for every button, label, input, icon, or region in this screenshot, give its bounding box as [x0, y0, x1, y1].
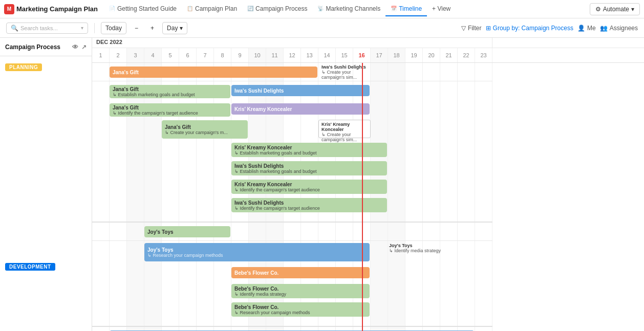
tab-getting-started[interactable]: 📄 Getting Started Guide — [104, 2, 182, 16]
main-layout: Campaign Process 👁 ↗ PLANNING DEVELOPMEN… — [0, 38, 644, 331]
gantt-bar[interactable]: Iwa's Sushi Delights — [231, 85, 370, 96]
plus-button[interactable]: + — [146, 23, 158, 34]
left-header-icons: 👁 ↗ — [72, 43, 87, 51]
gantt-header: DEC 2022 1234567891011121314151617181920… — [92, 38, 644, 63]
day-cell-23: 23 — [475, 48, 492, 62]
gantt-bar[interactable]: Kris' Kreamy Koncealer↳ Establish market… — [231, 143, 387, 157]
development-row-2: Bebe's Flower Co. — [92, 263, 492, 282]
app-icon: M — [4, 4, 14, 14]
gantt-bar[interactable]: Kris' Kreamy Koncealer↳ Identify the cam… — [231, 180, 387, 194]
development-group-label: DEVELOPMENT — [0, 256, 92, 273]
search-box[interactable]: 🔍 Search tasks... ▾ — [6, 23, 88, 34]
month-cell-dec: DEC 2022 — [92, 38, 492, 48]
day-cell-6: 6 — [179, 48, 197, 62]
day-cell-19: 19 — [405, 48, 423, 62]
tab-timeline[interactable]: 📅 Timeline — [385, 2, 427, 16]
tab-campaign-plan[interactable]: 📋 Campaign Plan — [182, 2, 242, 16]
filter-icon: ▽ — [461, 25, 466, 32]
development-row-4: Bebe's Flower Co.↳ Research your campaig… — [92, 300, 492, 319]
gantt-bar[interactable]: Iwa's Sushi Delights↳ Identify the campa… — [231, 198, 387, 212]
eye-icon[interactable]: 👁 — [72, 43, 78, 51]
gantt-bar[interactable]: Bebe's Flower Co. — [231, 267, 370, 278]
gantt-month-row: DEC 2022 — [92, 38, 644, 48]
development-badge: DEVELOPMENT — [5, 263, 55, 271]
joys-toys-right-box: Joy's Toys↳ Identify media strategy — [389, 243, 441, 253]
tab-marketing-channels[interactable]: 📡 Marketing Channels — [312, 2, 385, 16]
day-cell-22: 22 — [458, 48, 475, 62]
persons-icon: 👥 — [600, 25, 608, 32]
day-cell-17: 17 — [371, 48, 388, 62]
chevron-down-icon: ▾ — [631, 6, 634, 13]
day-cell-16: 16 — [353, 48, 371, 62]
day-cell-21: 21 — [440, 48, 458, 62]
planning-section: PLANNING — [0, 56, 92, 256]
day-cell-8: 8 — [214, 48, 231, 62]
day-cell-18: 18 — [388, 48, 405, 62]
gantt-bar[interactable]: Kris' Kreamy Koncealer — [231, 103, 370, 115]
gantt-area: DEC 2022 1234567891011121314151617181920… — [92, 38, 644, 331]
planning-row-6: Kris' Kreamy Koncealer↳ Identify the cam… — [92, 178, 492, 196]
left-panel: Campaign Process 👁 ↗ PLANNING DEVELOPMEN… — [0, 38, 92, 331]
development-spacer — [92, 319, 492, 326]
gantt-days-row: 1234567891011121314151617181920212223 — [92, 48, 644, 62]
planning-gantt-section: Jana's GiftIwa's Sushi Delights↳ Create … — [92, 63, 492, 223]
tab-campaign-process[interactable]: 🔄 Campaign Process — [242, 2, 312, 16]
filter-button[interactable]: ▽ Filter — [461, 25, 482, 32]
gantt-bar[interactable]: Iwa's Sushi Delights↳ Establish marketin… — [231, 161, 387, 175]
tab-add-view[interactable]: + View — [427, 2, 456, 16]
today-button[interactable]: Today — [101, 22, 126, 34]
day-cell-13: 13 — [301, 48, 318, 62]
execution-row-1: Ariana's Cotton Candy — [92, 327, 492, 331]
kris-box: Kris' Kreamy Koncealer↳ Create your camp… — [318, 120, 371, 138]
day-cell-1: 1 — [92, 48, 110, 62]
planning-badge: PLANNING — [5, 63, 42, 71]
tab-icon: 📋 — [187, 6, 193, 11]
planning-row-2: Jana's Gift↳ Identify the campaign's tar… — [92, 100, 492, 118]
development-row-1: Joy's Toys↳ Research your campaign metho… — [92, 241, 492, 263]
search-icon: 🔍 — [11, 25, 18, 32]
search-chevron-icon: ▾ — [81, 25, 83, 31]
minus-button[interactable]: − — [131, 23, 142, 34]
toolbar: 🔍 Search tasks... ▾ Today − + Day ▾ ▽ Fi… — [0, 18, 644, 38]
development-gantt-section: Joy's ToysJoy's Toys↳ Research your camp… — [92, 223, 492, 327]
day-cell-5: 5 — [162, 48, 179, 62]
day-cell-15: 15 — [336, 48, 353, 62]
gantt-body: Jana's GiftIwa's Sushi Delights↳ Create … — [92, 63, 644, 331]
tab-icon: 🔄 — [247, 6, 253, 11]
gantt-bar[interactable]: Bebe's Flower Co.↳ Research your campaig… — [231, 302, 370, 317]
person-icon: 👤 — [577, 25, 585, 32]
planning-row-4: Kris' Kreamy Koncealer↳ Establish market… — [92, 141, 492, 159]
planning-row-5: Iwa's Sushi Delights↳ Establish marketin… — [92, 159, 492, 178]
day-cell-9: 9 — [231, 48, 249, 62]
gantt-bar[interactable]: Jana's Gift↳ Establish marketing goals a… — [110, 85, 230, 98]
group-by-button[interactable]: ⊞ Group by: Campaign Process — [486, 25, 573, 32]
iwa-small-bar: Iwa's Sushi Delights↳ Create your campai… — [318, 63, 370, 81]
gantt-bar[interactable]: Jana's Gift↳ Create your campaign's m... — [162, 120, 248, 139]
left-panel-header: Campaign Process 👁 ↗ — [0, 38, 92, 56]
day-button[interactable]: Day ▾ — [162, 22, 187, 34]
top-bar-right: ⚙ Automate ▾ — [590, 3, 640, 15]
planning-row-1: Jana's Gift↳ Establish marketing goals a… — [92, 81, 492, 100]
day-cell-4: 4 — [144, 48, 162, 62]
group-icon: ⊞ — [486, 25, 491, 32]
automate-button[interactable]: ⚙ Automate ▾ — [590, 3, 640, 15]
day-cell-12: 12 — [284, 48, 301, 62]
gantt-bar[interactable]: Joy's Toys — [144, 226, 230, 237]
gantt-bar[interactable]: Joy's Toys↳ Research your campaign metho… — [144, 243, 370, 261]
tab-icon: 📅 — [391, 6, 397, 11]
day-cell-14: 14 — [318, 48, 336, 62]
gantt-bar[interactable]: Bebe's Flower Co.↳ Identify media strate… — [231, 284, 370, 298]
gantt-bar[interactable]: Jana's Gift↳ Identify the campaign's tar… — [110, 103, 230, 117]
day-cell-2: 2 — [110, 48, 127, 62]
me-button[interactable]: 👤 Me — [577, 25, 596, 32]
planning-header-row: Jana's GiftIwa's Sushi Delights↳ Create … — [92, 63, 492, 81]
day-cell-10: 10 — [249, 48, 266, 62]
assignees-button[interactable]: 👥 Assignees — [600, 25, 638, 32]
expand-icon[interactable]: ↗ — [81, 43, 87, 51]
tab-list: 📄 Getting Started Guide 📋 Campaign Plan … — [104, 2, 456, 16]
tab-icon: 📄 — [109, 6, 115, 11]
day-cell-3: 3 — [127, 48, 144, 62]
automate-icon: ⚙ — [595, 6, 601, 13]
gantt-bar[interactable]: Jana's Gift — [110, 67, 317, 78]
tab-icon: 📡 — [317, 6, 324, 11]
